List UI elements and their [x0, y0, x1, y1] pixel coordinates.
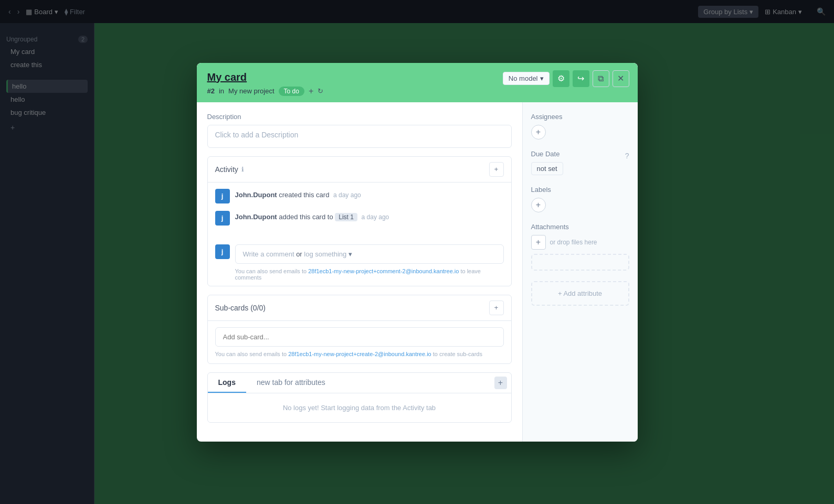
comment-input-row: j Write a comment or log something ▾ [208, 239, 511, 267]
description-placeholder: Click to add a Description [215, 131, 299, 139]
expand-button[interactable]: ⧉ [593, 70, 609, 87]
model-selector[interactable]: No model ▾ [503, 72, 550, 85]
labels-block: Labels + [531, 186, 629, 212]
subcards-email-link[interactable]: 28f1ecb1-my-new-project+create-2@inbound… [288, 351, 433, 357]
description-input[interactable]: Click to add a Description [207, 125, 512, 148]
activity-info-icon: ℹ [241, 166, 244, 173]
modal-header: My card #2 in My new project To do + ↻ N… [197, 63, 638, 102]
comment-placeholder: Write a comment [243, 250, 297, 258]
tabs-section: Logs new tab for attributes + No logs ye… [207, 372, 512, 423]
activity-section: Activity ℹ + j John.Dupont created this … [207, 156, 512, 286]
attachments-row: + or drop files here [531, 235, 629, 250]
settings-button[interactable]: ⚙ [553, 70, 569, 87]
subcards-add-button[interactable]: + [489, 301, 504, 315]
comment-or: or [296, 250, 302, 258]
activity-action: created this card [279, 191, 329, 199]
close-button[interactable]: ✕ [613, 70, 629, 87]
add-attribute-button[interactable]: + Add attribute [531, 281, 629, 306]
activity-log: j John.Dupont created this card a day ag… [208, 183, 511, 239]
subcards-email-hint: You can also send emails to 28f1ecb1-my-… [215, 351, 504, 357]
activity-header: Activity ℹ + [208, 157, 511, 183]
activity-entry: j John.Dupont added this card to List 1 … [215, 211, 504, 226]
modal-header-actions: No model ▾ ⚙ ↪ ⧉ ✕ [503, 70, 629, 87]
due-date-row: Due Date ? [531, 150, 629, 162]
avatar: j [215, 189, 230, 203]
modal-body: Description Click to add a Description A… [197, 102, 638, 442]
subcards-body: You can also send emails to 28f1ecb1-my-… [208, 321, 511, 363]
activity-user: John.Dupont [235, 213, 277, 221]
card-location: My new project [228, 87, 274, 95]
history-icon[interactable]: ↻ [318, 87, 323, 95]
modal-overlay: My card #2 in My new project To do + ↻ N… [0, 0, 834, 504]
activity-time: a day ago [333, 191, 361, 199]
activity-action-prefix: added this card to [279, 213, 335, 221]
tab-add-button[interactable]: + [494, 377, 507, 389]
status-badge[interactable]: To do [279, 87, 304, 96]
subcards-header: Sub-cards (0/0) + [208, 295, 511, 321]
card-location-prefix: in [219, 87, 224, 95]
comment-log-text: log something [302, 250, 349, 258]
activity-add-button[interactable]: + [489, 162, 504, 177]
card-number: #2 [207, 87, 215, 95]
activity-entry: j John.Dupont created this card a day ag… [215, 189, 504, 203]
activity-text: John.Dupont created this card a day ago [235, 189, 361, 199]
add-tag-icon[interactable]: + [309, 87, 313, 96]
description-label: Description [207, 113, 512, 121]
due-date-value[interactable]: not set [531, 162, 563, 175]
comment-email-hint: You can also send emails to 28f1ecb1-my-… [208, 267, 511, 286]
activity-tag: List 1 [335, 213, 357, 221]
tab-new-attributes[interactable]: new tab for attributes [246, 373, 336, 393]
attachments-title: Attachments [531, 223, 629, 231]
attach-drop-text: or drop files here [550, 239, 597, 246]
card-modal: My card #2 in My new project To do + ↻ N… [197, 63, 638, 442]
modal-right-sidebar: Assignees + Due Date ? not set Labels + [522, 102, 638, 442]
activity-user: John.Dupont [235, 191, 277, 199]
subcards-section: Sub-cards (0/0) + You can also send emai… [207, 295, 512, 364]
attachments-drop-area[interactable] [531, 254, 629, 271]
due-date-block: Due Date ? not set [531, 150, 629, 175]
login-button[interactable]: ↪ [573, 70, 589, 87]
comment-email-link[interactable]: 28f1ecb1-my-new-project+comment-2@inboun… [308, 268, 460, 274]
labels-title: Labels [531, 186, 629, 194]
tabs-body: No logs yet! Start logging data from the… [208, 393, 511, 422]
tab-logs[interactable]: Logs [208, 373, 246, 393]
due-date-help-icon: ? [625, 152, 629, 160]
attachments-block: Attachments + or drop files here [531, 223, 629, 271]
avatar: j [215, 211, 230, 226]
subcards-title: Sub-cards (0/0) [215, 304, 266, 312]
assignees-title: Assignees [531, 113, 629, 121]
model-chevron-icon: ▾ [540, 74, 544, 82]
tabs-header: Logs new tab for attributes + [208, 373, 511, 393]
comment-avatar: j [215, 244, 230, 259]
add-label-button[interactable]: + [531, 198, 546, 212]
activity-text: John.Dupont added this card to List 1 a … [235, 211, 389, 221]
activity-time: a day ago [362, 213, 389, 221]
modal-main: Description Click to add a Description A… [197, 102, 522, 442]
comment-dropdown-icon[interactable]: ▾ [349, 250, 352, 258]
assignees-block: Assignees + [531, 113, 629, 140]
activity-title: Activity ℹ [215, 165, 244, 174]
due-date-title: Due Date [531, 150, 560, 158]
add-assignee-button[interactable]: + [531, 125, 546, 140]
subcards-input[interactable] [215, 327, 504, 347]
comment-input[interactable]: Write a comment or log something ▾ [235, 244, 504, 264]
attach-file-button[interactable]: + [531, 235, 546, 250]
